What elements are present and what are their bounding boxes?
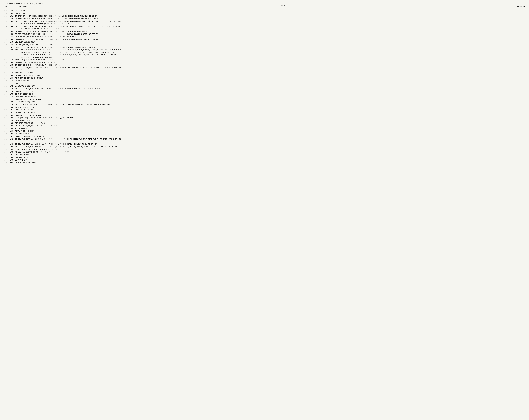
row-num1: 172 xyxy=(4,85,9,87)
row-num2: 155 xyxy=(9,30,14,33)
row-content: Л147-15' 7,2' 32,1' + -ВР1* xyxy=(14,74,525,77)
row-num2: 176 xyxy=(9,95,14,98)
row-num1: 180 xyxy=(4,106,9,109)
row-num1: 196 xyxy=(4,151,9,153)
row-content: E7-235' 28+39* xyxy=(14,132,525,135)
row-num1: 153 xyxy=(4,20,9,25)
row-content: E7-561' 26' ' УСТАНОВКА ЖЕЛЕЗОБЕТОННЫХ К… xyxy=(14,17,525,20)
table-row: 171171Р1У* xyxy=(4,82,525,85)
row-num2: 193 xyxy=(9,143,14,145)
row-content: Р1У* xyxy=(14,82,525,85)
header-divider xyxy=(4,9,525,9)
table-row: 156156E9-35' (77.5+46.2+48.2+55.2+55.5+5… xyxy=(4,33,525,36)
row-num1: 200 xyxy=(4,161,9,164)
row-num1: 193 xyxy=(4,143,9,145)
row-num1: 191 xyxy=(4,135,9,138)
row-num1: 195 xyxy=(4,148,9,151)
row-num2: 162 xyxy=(9,49,14,59)
row-num1: 161 xyxy=(4,46,9,49)
row-content: П2#А)НА ОТМ. 3,600#* xyxy=(14,130,525,132)
row-content: С147-24' 98,5' 41,3' ПРОКАТ* xyxy=(14,114,525,117)
row-num1: 183 xyxy=(4,114,9,117)
row-num1: 170 xyxy=(4,79,9,82)
row-num1: 177 xyxy=(4,98,9,101)
table-row: 154154ЛТ ССЦ П.11-98(=1)' 332,4' 0,03' Т… xyxy=(4,25,525,30)
row-content: E7-238' 52+1+12+17+21+8+30+16+2* xyxy=(14,135,525,138)
row-content: С124-12' 2,73* xyxy=(14,156,525,159)
table-row: 163163Л111-50' (20.0,03+30.0,03+0,02.166… xyxy=(4,59,525,61)
row-num1: 156 xyxy=(4,33,9,36)
table-row: 178178E7-292(А2=0,22)' 17* xyxy=(4,101,525,103)
row-num1: 157 xyxy=(4,36,9,38)
table-row: 198198С124-12' 2,73* xyxy=(4,156,525,159)
row-num2: 173 xyxy=(9,87,14,90)
row-content: С147-15' 278,8' 32,1* xyxy=(14,95,525,98)
row-num1: 173 xyxy=(4,87,9,90)
table-row: 200200С121-1981' 1,97' 327* xyxy=(4,161,525,164)
row-content: E7-623' 4* xyxy=(14,10,525,12)
row-content: E13-121' 050.24=051' ' + -ГФ-020* xyxy=(14,122,525,125)
row-num1: 185 xyxy=(4,119,9,122)
row-content: Е6-179(А2=50,7)' 0,4+0,1+4.0,3+4.0,2+0,1… xyxy=(14,148,525,151)
row-num1: 186 xyxy=(4,122,9,125)
row-content: С147-24' 25,5' 41,3' ПРОКАТ* xyxy=(14,98,525,101)
row-content: E7-263' (3.7+40+40.12,3+12,3.18).0,001' … xyxy=(14,46,525,49)
row-num2: 169 xyxy=(9,77,14,79)
row-num2: 181 xyxy=(9,109,14,111)
table-row: 172172E7-248(А2=0,33)' 17* xyxy=(4,85,525,87)
program-subtitle: 903 / 250.87 Пл.24442 xyxy=(5,5,50,8)
table-row: 180180С147-1' 304,3' 22,9* xyxy=(4,106,525,109)
row-num2: 157 xyxy=(9,36,14,38)
row-content: Л147-24' 0,3.3+0,2.6+0,4.24+0,5.0+0,5.0+… xyxy=(14,49,525,59)
row-content: Л111-50' (20.0,03+30.0,03+0,02.166+0,01.… xyxy=(14,59,525,61)
row-content: Л147-24' 62,24' 41,3' ПРОКАТ* xyxy=(14,77,525,79)
table-row: 197197С124-10' 0,37* xyxy=(4,153,525,156)
row-content: С121-1981' 050* xyxy=(14,119,525,122)
table-row: 152152E7-561' 26' ' УСТАНОВКА ЖЕЛЕЗОБЕТО… xyxy=(4,17,525,20)
row-num2: 150 xyxy=(9,12,14,15)
row-num2: 163 xyxy=(9,59,14,61)
row-num1: 150 xyxy=(4,12,9,15)
row-num2: 165 xyxy=(9,64,14,66)
row-num2: 200 xyxy=(9,161,14,164)
row-num2: 191 xyxy=(9,135,14,138)
row-num1: 155 xyxy=(4,30,9,33)
row-content: С147-2' 1122' 22,9* xyxy=(14,93,525,95)
row-num1: 189 xyxy=(4,130,9,132)
row-num2: 178 xyxy=(9,101,14,103)
doc-code: 22699-28 xyxy=(517,5,525,8)
row-content: Л147-24' 4,77' 17,8+41,3' ДОПОЛНИТЕЛЬНЫЕ… xyxy=(14,30,525,33)
row-num2: 180 xyxy=(9,106,14,109)
row-content: ЛТ ССЦ П8-500(=1)' 6,97' 73,8' СТОИМОСТЬ… xyxy=(14,103,525,106)
table-row: 161161E7-263' (3.7+40+40.12,3+12,3.18).0… xyxy=(4,46,525,49)
row-num2: 174 xyxy=(9,90,14,93)
row-num2: 159 xyxy=(9,41,14,43)
row-num2: 151 xyxy=(9,15,14,17)
row-num2: 164 xyxy=(9,61,14,64)
row-num1: 181 xyxy=(4,109,9,111)
row-num1: 199 xyxy=(4,159,9,161)
table-row: 177177С147-24' 25,5' 41,3' ПРОКАТ* xyxy=(4,98,525,101)
row-content: E7-608' 10+3+5+6' ' УСТАНОВКА УПОРНЫХ ПО… xyxy=(14,64,525,66)
header-left: ПРОГРАММНЫЙ КОМПЛЕКС ABL-3EC ( РЕДАКЦИЯ … xyxy=(4,3,50,8)
table-row: 162162Л147-24' 0,3.3+0,2.6+0,4.24+0,5.0+… xyxy=(4,49,525,59)
row-num1: 163 xyxy=(4,59,9,61)
row-num2: 167 xyxy=(9,72,14,74)
row-content: С121-1981' 1,97' 327* xyxy=(14,161,525,164)
row-num1: 151 xyxy=(4,15,9,17)
table-row: 150150E7-626' 12* xyxy=(4,12,525,15)
page-number: -80- xyxy=(281,4,286,6)
row-num2: 194 xyxy=(9,145,14,148)
row-num2: 153 xyxy=(9,20,14,25)
row-content: Р ПЕРЕКРЫТИЯ* xyxy=(14,127,525,130)
row-content: С124-10' 0,37* xyxy=(14,153,525,156)
table-row: 187187E13-168#К=2#(А1_2)(Р1.2)' 051' ' +… xyxy=(4,125,525,127)
table-row: 188188Р ПЕРЕКРЫТИЯ* xyxy=(4,127,525,130)
row-num2: 152 xyxy=(9,17,14,20)
table-row: 182182С147-15' 156,4' 32,1* xyxy=(4,111,525,114)
row-num1: 176 xyxy=(4,95,9,98)
row-num2: 198 xyxy=(9,156,14,159)
table-row: 194194ЛТ ССЦ П.8-492(=1)' 234,66' 17,7' … xyxy=(4,145,525,148)
row-num2: 158 xyxy=(9,38,14,41)
header-right: 3807 22699-28 xyxy=(517,3,525,8)
